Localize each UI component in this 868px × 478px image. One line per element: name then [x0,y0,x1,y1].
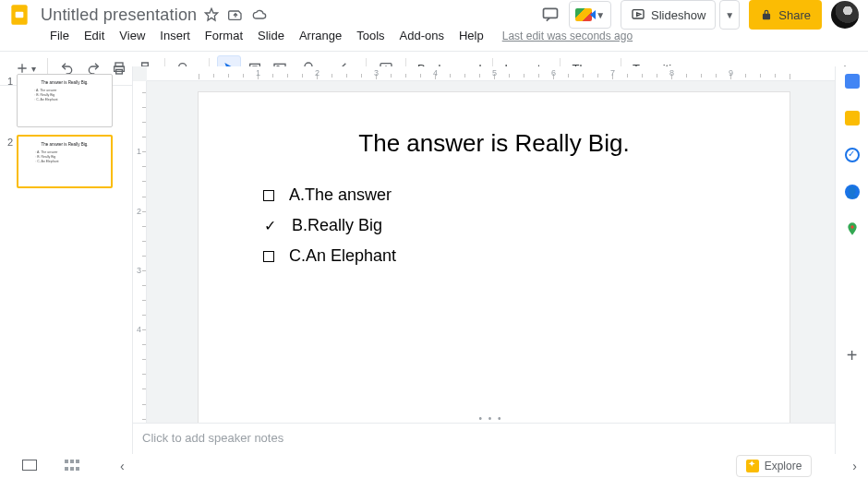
menu-file[interactable]: File [42,26,77,45]
slideshow-button[interactable]: Slideshow [621,0,716,30]
slide-option[interactable]: C.An Elephant [263,241,790,271]
slide-canvas[interactable]: The answer is Really Big. A.The answer✓B… [147,81,835,423]
account-avatar[interactable] [831,1,859,29]
keep-icon[interactable] [843,109,862,127]
speaker-notes[interactable]: Click to add speaker notes [133,423,835,454]
svg-marker-2 [206,8,218,20]
svg-rect-21 [76,460,79,463]
hide-filmstrip-icon[interactable]: ‹ [116,459,128,473]
side-panel: 👤 + [835,66,868,454]
svg-marker-5 [637,13,641,16]
menu-view[interactable]: View [112,26,152,45]
explore-button[interactable]: Explore [736,455,813,477]
filmstrip-view-icon[interactable] [22,460,37,473]
svg-rect-24 [76,467,79,471]
svg-point-16 [850,225,853,228]
horizontal-ruler: 123456789 [147,66,835,81]
svg-rect-1 [16,12,24,18]
menu-arrange[interactable]: Arrange [292,26,349,45]
slide-thumbnail[interactable]: The answer is Really Big.▫ A. The answer… [17,135,113,188]
svg-rect-23 [70,467,74,471]
option-label: A.The answer [289,185,392,205]
svg-rect-19 [65,460,68,463]
calendar-icon[interactable] [843,72,862,90]
star-icon[interactable] [204,7,219,22]
option-label: C.An Elephant [289,246,396,266]
svg-rect-4 [633,10,644,18]
move-icon[interactable] [228,7,243,22]
slide-option[interactable]: ✓B.Really Big [263,210,790,241]
menu-insert[interactable]: Insert [152,26,198,45]
cloud-status-icon[interactable] [252,7,267,22]
lock-icon [760,8,773,21]
checkbox-icon [263,251,274,262]
svg-rect-22 [65,467,68,471]
svg-rect-18 [23,460,36,470]
present-meet-button[interactable]: ▼ [569,1,611,29]
chevron-down-icon: ▼ [596,10,605,20]
open-comments-icon[interactable] [541,6,560,24]
slideshow-dropdown[interactable]: ▼ [719,0,740,30]
menu-help[interactable]: Help [452,26,491,45]
explore-icon [746,460,759,472]
option-label: B.Really Big [292,216,382,235]
slides-logo[interactable] [7,0,31,30]
hide-sidepanel-icon[interactable]: › [849,459,861,473]
filmstrip[interactable]: 1The answer is Really Big.▫ A. The answe… [0,66,133,454]
maps-icon[interactable] [843,220,862,238]
slide-number: 2 [4,135,17,188]
menu-slide[interactable]: Slide [250,26,292,45]
menu-format[interactable]: Format [198,26,250,45]
grid-view-icon[interactable] [65,460,79,473]
slide-option[interactable]: A.The answer [263,180,790,210]
meet-icon [575,8,592,21]
vertical-ruler: 1234 [133,81,147,423]
checkbox-icon [263,190,274,201]
doc-title[interactable]: Untitled presentation [41,6,197,25]
share-button[interactable]: Share [749,0,822,30]
slide-number: 1 [4,74,17,127]
slide-title[interactable]: The answer is Really Big. [199,129,790,158]
tasks-icon[interactable] [843,146,862,164]
contacts-icon[interactable]: 👤 [843,183,862,201]
status-bar: ‹ Explore › [0,454,868,478]
menu-tools[interactable]: Tools [349,26,392,45]
notes-resize-handle[interactable]: • • • [473,413,510,423]
menu-edit[interactable]: Edit [77,26,112,45]
slide-thumbnail[interactable]: The answer is Really Big.▫ A. The answer… [17,74,113,127]
last-edit-link[interactable]: Last edit was seconds ago [502,30,633,42]
checkmark-icon: ✓ [263,217,277,234]
current-slide[interactable]: The answer is Really Big. A.The answer✓B… [199,92,790,423]
svg-rect-20 [70,460,74,463]
svg-rect-3 [544,8,558,18]
menu-addons[interactable]: Add-ons [392,26,452,45]
get-addons-icon[interactable]: + [847,345,858,366]
play-rect-icon [631,7,645,22]
